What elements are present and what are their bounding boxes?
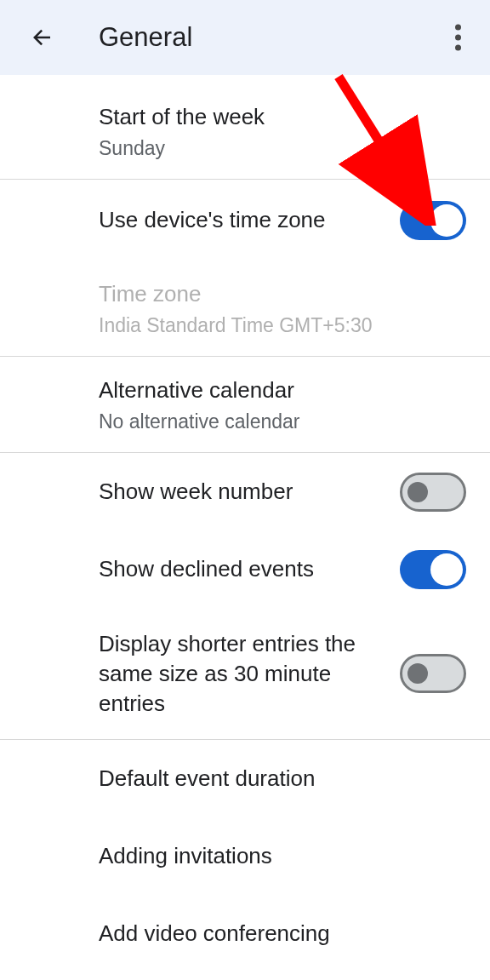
app-header: General	[0, 0, 490, 75]
setting-value: No alternative calendar	[99, 410, 464, 433]
page-title: General	[99, 22, 192, 53]
setting-value: Sunday	[99, 137, 464, 160]
add-video-conferencing-row[interactable]: Add video conferencing	[0, 895, 490, 972]
show-declined-events-toggle[interactable]	[400, 550, 466, 589]
start-of-week-row[interactable]: Start of the week Sunday	[0, 83, 490, 179]
show-week-number-toggle[interactable]	[400, 473, 466, 512]
adding-invitations-row[interactable]: Adding invitations	[0, 817, 490, 895]
setting-title: Default event duration	[99, 764, 464, 794]
setting-title: Show declined events	[99, 554, 405, 584]
setting-title: Display shorter entries the same size as…	[99, 629, 371, 719]
more-options-icon[interactable]	[448, 18, 468, 58]
setting-title: Alternative calendar	[99, 375, 464, 405]
shorter-entries-toggle[interactable]	[400, 654, 466, 693]
use-device-timezone-row[interactable]: Use device's time zone	[0, 180, 490, 261]
show-declined-events-row[interactable]: Show declined events	[0, 530, 490, 608]
setting-value: India Standard Time GMT+5:30	[99, 314, 464, 337]
setting-title: Show week number	[99, 477, 405, 507]
setting-title: Use device's time zone	[99, 205, 405, 235]
default-event-duration-row[interactable]: Default event duration	[0, 740, 490, 817]
setting-title: Time zone	[99, 279, 464, 309]
back-arrow-icon[interactable]	[26, 21, 58, 54]
use-device-timezone-toggle[interactable]	[400, 201, 466, 240]
setting-title: Add video conferencing	[99, 919, 464, 948]
settings-list: Start of the week Sunday Use device's ti…	[0, 75, 490, 972]
setting-title: Adding invitations	[99, 841, 464, 871]
time-zone-row: Time zone India Standard Time GMT+5:30	[0, 261, 490, 356]
alternative-calendar-row[interactable]: Alternative calendar No alternative cale…	[0, 357, 490, 452]
setting-title: Start of the week	[99, 102, 464, 132]
shorter-entries-row[interactable]: Display shorter entries the same size as…	[0, 609, 490, 739]
show-week-number-row[interactable]: Show week number	[0, 453, 490, 530]
